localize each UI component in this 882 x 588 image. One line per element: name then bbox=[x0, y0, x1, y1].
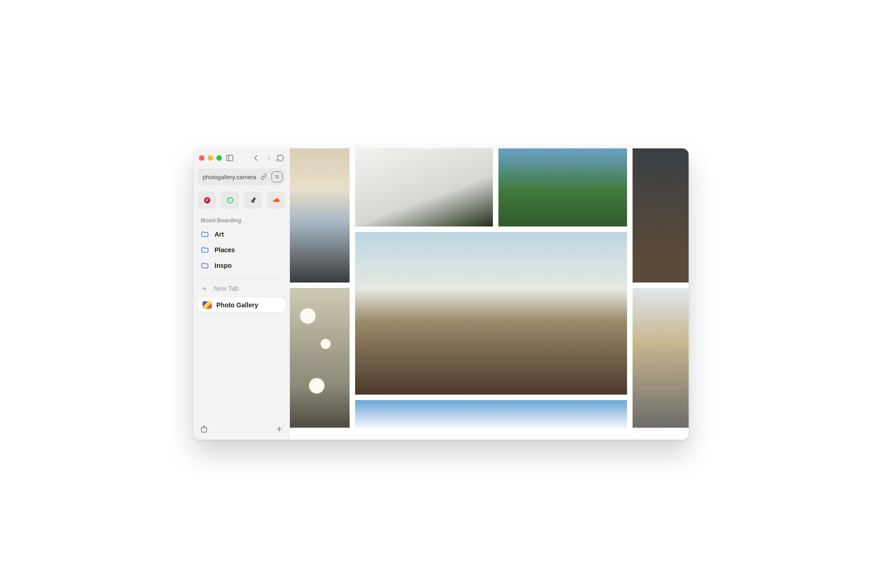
gallery-image[interactable] bbox=[355, 232, 627, 395]
archive-icon[interactable] bbox=[200, 425, 208, 435]
back-icon[interactable] bbox=[252, 154, 260, 162]
sidebar-bottom-bar bbox=[198, 423, 285, 435]
pinned-soundcloud[interactable] bbox=[267, 192, 285, 209]
sidebar-toggle-icon[interactable] bbox=[226, 154, 234, 162]
plus-icon bbox=[201, 285, 208, 292]
traffic-lights bbox=[199, 155, 222, 161]
gallery-image[interactable] bbox=[355, 148, 493, 226]
svg-point-3 bbox=[276, 175, 277, 176]
pinned-whatsapp[interactable] bbox=[221, 192, 239, 209]
reload-icon[interactable] bbox=[276, 154, 284, 162]
svg-point-5 bbox=[277, 177, 278, 178]
copy-link-icon[interactable] bbox=[259, 172, 269, 182]
folder-label: Inspo bbox=[215, 262, 232, 269]
browser-window: photogallery.camera Mood Boarding bbox=[193, 148, 689, 440]
divider bbox=[200, 278, 283, 278]
svg-rect-0 bbox=[226, 155, 233, 161]
gallery-image[interactable] bbox=[498, 148, 627, 226]
new-tab-label: New Tab bbox=[214, 285, 238, 292]
gallery-image[interactable] bbox=[290, 288, 350, 428]
sidebar: photogallery.camera Mood Boarding bbox=[193, 148, 290, 440]
add-icon[interactable] bbox=[275, 425, 283, 435]
tab-label: Photo Gallery bbox=[216, 301, 258, 309]
window-controls-row bbox=[198, 154, 285, 169]
page-content bbox=[290, 148, 689, 440]
folder-icon bbox=[201, 261, 209, 270]
new-tab-button[interactable]: New Tab bbox=[198, 280, 285, 297]
gallery-image[interactable] bbox=[355, 400, 627, 428]
gallery-image[interactable] bbox=[633, 148, 689, 283]
svg-point-6 bbox=[204, 197, 210, 204]
folder-places[interactable]: Places bbox=[198, 242, 285, 258]
folder-icon bbox=[201, 230, 209, 238]
gallery-image[interactable] bbox=[290, 148, 350, 283]
pinned-pinterest[interactable] bbox=[198, 192, 216, 209]
pinned-tiktok[interactable] bbox=[244, 192, 262, 209]
folder-label: Places bbox=[215, 246, 235, 254]
sidebar-section-label: Mood Boarding bbox=[201, 217, 283, 224]
pinned-sites bbox=[198, 192, 285, 209]
site-settings-icon[interactable] bbox=[271, 171, 283, 182]
tab-favicon bbox=[203, 301, 212, 309]
url-text: photogallery.camera bbox=[203, 174, 256, 181]
folder-art[interactable]: Art bbox=[198, 226, 285, 242]
minimize-window-button[interactable] bbox=[208, 155, 213, 161]
folder-icon bbox=[201, 246, 209, 254]
folder-label: Art bbox=[215, 231, 224, 238]
fullscreen-window-button[interactable] bbox=[216, 155, 222, 161]
forward-icon[interactable] bbox=[264, 154, 272, 162]
close-window-button[interactable] bbox=[199, 155, 204, 161]
folder-inspo[interactable]: Inspo bbox=[198, 258, 285, 273]
tab-photo-gallery[interactable]: Photo Gallery bbox=[198, 298, 285, 312]
address-bar[interactable]: photogallery.camera bbox=[198, 169, 285, 185]
gallery-image[interactable] bbox=[633, 288, 689, 428]
